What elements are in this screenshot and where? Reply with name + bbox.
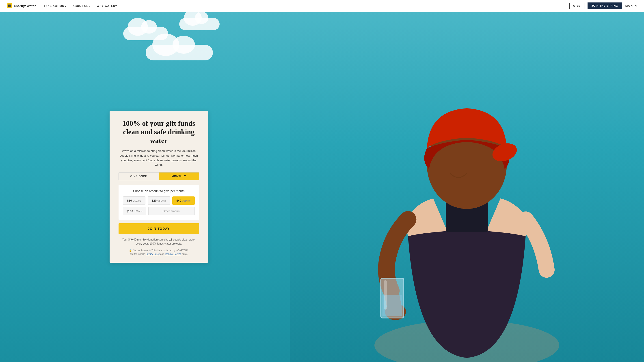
amount-grid-row2: $100 USD/mo Other amount <box>123 207 195 215</box>
security-apply: apply. <box>181 253 188 255</box>
security-and: and <box>160 253 165 255</box>
amount-40-unit: USD/mo <box>182 199 190 202</box>
amount-100-unit: USD/mo <box>134 210 142 212</box>
amount-20-value: $20 <box>152 199 157 202</box>
other-amount-label: Other amount <box>162 209 180 213</box>
logo[interactable]: ⬛ charity: water <box>7 3 36 8</box>
card-title: 100% of your gift funds clean and safe d… <box>118 119 199 145</box>
card-description: We're on a mission to bring clean water … <box>118 149 199 167</box>
nav-link-why-water[interactable]: WHY WATER? <box>97 4 117 7</box>
donation-info-text: Your $40.00 monthly donation can give 12… <box>118 238 199 246</box>
logo-icon: ⬛ <box>7 3 12 8</box>
nav-left: ⬛ charity: water TAKE ACTION ABOUT US WH… <box>7 3 117 8</box>
nav-item-take-action[interactable]: TAKE ACTION <box>44 4 66 8</box>
amount-40-button[interactable]: $40 USD/mo <box>172 196 195 205</box>
donation-card: 100% of your gift funds clean and safe d… <box>110 111 208 263</box>
monthly-button[interactable]: MONTHLY <box>159 173 199 180</box>
amount-40-value: $40 <box>176 199 181 202</box>
join-today-button[interactable]: JOIN TODAY <box>118 223 199 234</box>
amount-20-button[interactable]: $20 USD/mo <box>148 196 170 205</box>
logo-text: charity: water <box>14 4 36 8</box>
amount-100-button[interactable]: $100 USD/mo <box>123 207 146 215</box>
info-mid: monthly donation can give <box>136 238 169 241</box>
terms-link[interactable]: Terms of Service <box>165 253 181 255</box>
security-text: 🔒 Secure Payment · This site is protecte… <box>118 249 199 256</box>
info-count: 12 <box>169 238 172 241</box>
amount-grid-row1: $10 USD/mo $20 USD/mo $40 USD/mo <box>123 196 195 205</box>
frequency-toggle: GIVE ONCE MONTHLY <box>118 172 199 180</box>
nav-link-about-us[interactable]: ABOUT US <box>72 4 90 7</box>
donation-card-container: 100% of your gift funds clean and safe d… <box>0 12 644 362</box>
nav-item-about-us[interactable]: ABOUT US <box>72 4 90 8</box>
amount-10-button[interactable]: $10 USD/mo <box>123 196 146 205</box>
security-line2-before: and the Google <box>130 253 146 255</box>
give-button[interactable]: GIVE <box>570 3 584 9</box>
info-amount: $40.00 <box>128 238 136 241</box>
lock-icon: 🔒 <box>129 249 132 252</box>
amount-20-unit: USD/mo <box>157 199 166 202</box>
amount-10-value: $10 <box>127 199 132 202</box>
amount-section: Choose an amount to give per month $10 U… <box>118 185 199 220</box>
amount-label: Choose an amount to give per month <box>123 189 195 193</box>
privacy-policy-link[interactable]: Privacy Policy <box>146 253 160 255</box>
info-before: Your <box>122 238 128 241</box>
other-amount-button[interactable]: Other amount <box>148 207 195 215</box>
nav-links: TAKE ACTION ABOUT US WHY WATER? <box>44 4 117 8</box>
amount-100-value: $100 <box>126 209 133 213</box>
nav-link-take-action[interactable]: TAKE ACTION <box>44 4 66 7</box>
nav-item-why-water[interactable]: WHY WATER? <box>97 4 117 8</box>
navbar: ⬛ charity: water TAKE ACTION ABOUT US WH… <box>0 0 644 12</box>
security-line1: Secure Payment · This site is protected … <box>133 249 188 252</box>
join-spring-button[interactable]: JOIN THE SPRING <box>588 2 622 9</box>
hero-section: 100% of your gift funds clean and safe d… <box>0 0 644 362</box>
give-once-button[interactable]: GIVE ONCE <box>119 173 159 180</box>
nav-right: GIVE JOIN THE SPRING SIGN IN <box>570 2 637 9</box>
signin-button[interactable]: SIGN IN <box>626 4 637 7</box>
amount-10-unit: USD/mo <box>133 199 141 202</box>
